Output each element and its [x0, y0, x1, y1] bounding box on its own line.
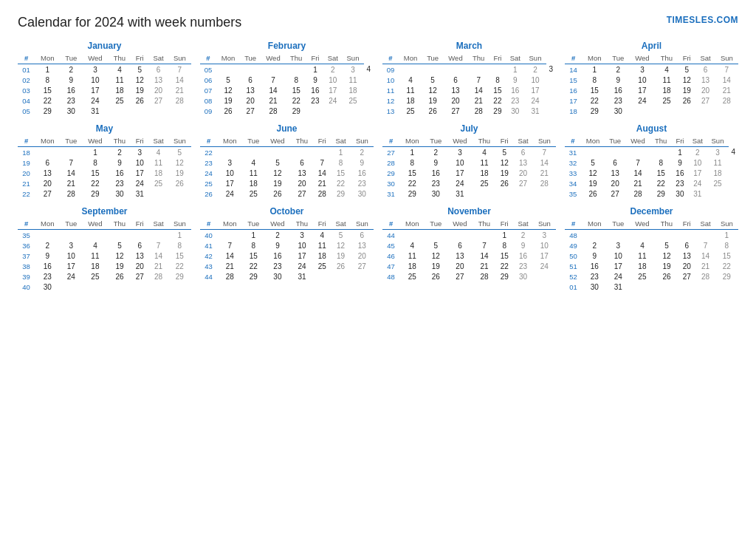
day-cell[interactable]: 20 [131, 261, 148, 271]
day-cell[interactable]: 13 [695, 75, 715, 85]
day-cell[interactable]: 7 [473, 240, 495, 251]
day-cell[interactable]: 12 [581, 168, 605, 178]
day-cell[interactable]: 11 [109, 75, 131, 85]
day-cell[interactable]: 5 [678, 64, 695, 75]
day-cell[interactable]: 11 [342, 75, 363, 85]
day-cell[interactable]: 9 [109, 157, 131, 168]
day-cell[interactable]: 5 [264, 157, 291, 168]
day-cell[interactable]: 10 [82, 75, 109, 85]
day-cell[interactable]: 9 [35, 251, 60, 261]
day-cell[interactable]: 11 [82, 251, 109, 261]
day-cell[interactable]: 21 [217, 261, 242, 271]
day-cell[interactable]: 12 [109, 251, 131, 261]
day-cell[interactable] [351, 271, 374, 282]
day-cell[interactable]: 10 [291, 240, 313, 251]
day-cell[interactable] [425, 230, 447, 241]
day-cell[interactable]: 23 [582, 271, 607, 282]
day-cell[interactable]: 26 [425, 271, 447, 282]
day-cell[interactable] [306, 106, 323, 116]
day-cell[interactable]: 30 [60, 106, 82, 116]
day-cell[interactable]: 24 [629, 95, 656, 106]
day-cell[interactable]: 3 [707, 147, 728, 158]
day-cell[interactable] [342, 106, 363, 116]
day-cell[interactable]: 29 [82, 188, 109, 199]
day-cell[interactable]: 19 [331, 251, 350, 261]
day-cell[interactable]: 24 [60, 271, 82, 282]
day-cell[interactable] [168, 188, 191, 199]
day-cell[interactable]: 11 [629, 251, 656, 261]
day-cell[interactable]: 22 [35, 95, 60, 106]
day-cell[interactable] [650, 147, 672, 158]
day-cell[interactable]: 10 [524, 75, 546, 85]
day-cell[interactable]: 28 [148, 271, 168, 282]
day-cell[interactable]: 7 [168, 64, 191, 75]
day-cell[interactable]: 3 [533, 230, 556, 241]
day-cell[interactable]: 8 [82, 157, 109, 168]
day-cell[interactable]: 29 [495, 271, 513, 282]
day-cell[interactable]: 2 [513, 230, 532, 241]
day-cell[interactable] [422, 64, 443, 75]
day-cell[interactable]: 26 [216, 106, 240, 116]
day-cell[interactable]: 4 [82, 240, 109, 251]
day-cell[interactable]: 25 [313, 261, 331, 271]
day-cell[interactable]: 19 [131, 85, 148, 95]
day-cell[interactable]: 31 [688, 188, 707, 199]
day-cell[interactable]: 12 [168, 157, 191, 168]
day-cell[interactable]: 24 [447, 178, 473, 188]
day-cell[interactable] [629, 106, 656, 116]
day-cell[interactable]: 22 [82, 178, 109, 188]
day-cell[interactable]: 21 [60, 178, 82, 188]
day-cell[interactable]: 27 [695, 95, 715, 106]
day-cell[interactable]: 2 [351, 147, 374, 158]
day-cell[interactable]: 13 [291, 168, 313, 178]
day-cell[interactable]: 6 [148, 64, 168, 75]
day-cell[interactable]: 29 [35, 106, 60, 116]
day-cell[interactable]: 28 [313, 188, 331, 199]
day-cell[interactable]: 20 [35, 178, 60, 188]
day-cell[interactable] [625, 147, 650, 158]
day-cell[interactable]: 27 [148, 95, 168, 106]
day-cell[interactable]: 11 [656, 75, 678, 85]
day-cell[interactable] [148, 282, 168, 292]
day-cell[interactable]: 27 [443, 106, 468, 116]
day-cell[interactable]: 23 [513, 261, 532, 271]
day-cell[interactable]: 29 [168, 271, 191, 282]
day-cell[interactable]: 4 [629, 240, 656, 251]
day-cell[interactable]: 17 [533, 251, 556, 261]
day-cell[interactable]: 12 [331, 240, 350, 251]
day-cell[interactable]: 20 [695, 85, 715, 95]
day-cell[interactable]: 14 [625, 168, 650, 178]
day-cell[interactable]: 18 [109, 85, 131, 95]
day-cell[interactable]: 21 [625, 178, 650, 188]
day-cell[interactable]: 22 [168, 261, 191, 271]
day-cell[interactable]: 21 [468, 95, 489, 106]
day-cell[interactable]: 26 [656, 271, 678, 282]
day-cell[interactable]: 2 [264, 230, 291, 241]
day-cell[interactable]: 8 [582, 75, 607, 85]
day-cell[interactable]: 29 [715, 271, 738, 282]
day-cell[interactable]: 15 [495, 251, 513, 261]
day-cell[interactable]: 22 [489, 95, 506, 106]
day-cell[interactable] [35, 147, 60, 158]
day-cell[interactable] [399, 230, 425, 241]
day-cell[interactable] [286, 64, 307, 75]
day-cell[interactable]: 2 [425, 147, 447, 158]
day-cell[interactable]: 8 [650, 157, 672, 168]
day-cell[interactable]: 10 [60, 251, 82, 261]
day-cell[interactable]: 21 [313, 178, 331, 188]
day-cell[interactable]: 13 [447, 251, 473, 261]
day-cell[interactable]: 28 [468, 106, 489, 116]
day-cell[interactable]: 12 [264, 168, 291, 178]
day-cell[interactable]: 2 [323, 64, 342, 75]
day-cell[interactable]: 23 [425, 178, 447, 188]
day-cell[interactable]: 5 [656, 240, 678, 251]
day-cell[interactable] [629, 282, 656, 292]
day-cell[interactable]: 5 [109, 240, 131, 251]
day-cell[interactable]: 25 [109, 95, 131, 106]
day-cell[interactable] [131, 230, 148, 241]
day-cell[interactable] [216, 64, 240, 75]
day-cell[interactable] [707, 188, 728, 199]
day-cell[interactable] [168, 282, 191, 292]
day-cell[interactable]: 24 [607, 271, 629, 282]
day-cell[interactable]: 5 [495, 147, 513, 158]
